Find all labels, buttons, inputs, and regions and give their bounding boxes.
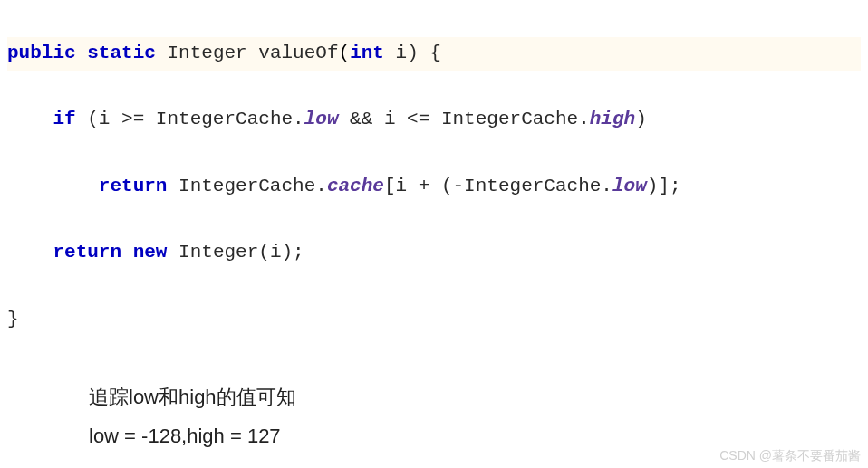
keyword-if: if	[53, 109, 75, 129]
field-low: low	[304, 109, 339, 129]
cond-close: )	[635, 109, 647, 129]
keyword-int: int	[350, 43, 384, 63]
keyword-return-2: return	[53, 242, 121, 263]
keyword-new: new	[133, 242, 168, 263]
notes-upper: 追踪low和high的值可知 low = -128,high = 127	[0, 378, 868, 456]
code-line-4: return new Integer(i);	[7, 236, 861, 270]
keyword-static: static	[87, 43, 156, 63]
method-name: valueOf	[258, 43, 338, 63]
field-high: high	[590, 109, 635, 129]
watermark: CSDN @薯条不要番茄酱	[719, 448, 861, 464]
code-line-2: if (i >= IntegerCache.low && i <= Intege…	[7, 103, 861, 137]
brace-close: }	[7, 309, 19, 330]
code-line-1: public static Integer valueOf(int i) {	[7, 37, 861, 71]
field-low-2: low	[612, 176, 647, 196]
return-type: Integer	[167, 43, 246, 63]
cond-a: (i >= IntegerCache.	[76, 109, 304, 129]
param-i: i	[396, 43, 408, 63]
keyword-public: public	[7, 43, 76, 63]
field-cache: cache	[327, 176, 384, 196]
code-block: public static Integer valueOf(int i) { i…	[0, 0, 868, 373]
note-1: 追踪low和high的值可知	[89, 378, 868, 417]
code-line-3: return IntegerCache.cache[i + (-IntegerC…	[7, 170, 861, 204]
code-line-5: }	[7, 303, 861, 337]
brace-open: ) {	[407, 43, 441, 63]
ret2-tail: Integer(i);	[167, 242, 304, 263]
keyword-return-1: return	[99, 176, 168, 196]
cond-b: && i <= IntegerCache.	[339, 109, 590, 129]
ret1-a: IntegerCache.	[167, 176, 326, 196]
ret1-b: [i + (-IntegerCache.	[384, 176, 612, 196]
ret1-c: )];	[647, 176, 681, 196]
